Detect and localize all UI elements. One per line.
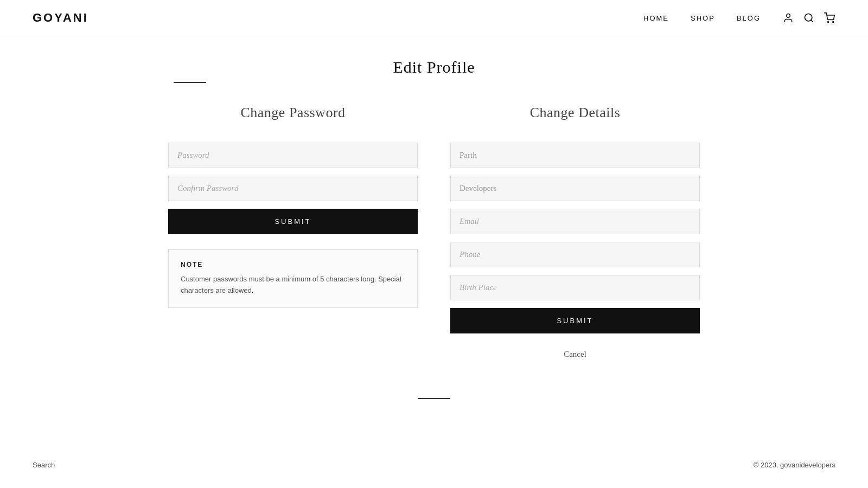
change-details-section: Change Details SUBMIT Cancel [450,105,700,359]
email-group [450,209,700,234]
password-group [168,143,418,168]
note-text: Customer passwords must be a minimum of … [181,274,405,297]
svg-point-3 [828,22,829,23]
footer-divider-section [141,391,727,401]
phone-group [450,242,700,267]
footer: Search © 2023, govanidevelopers [0,450,868,485]
change-details-title: Change Details [450,105,700,121]
change-password-title: Change Password [168,105,418,121]
first-name-input[interactable] [450,143,700,168]
header: GOYANI HOME SHOP BLOG [0,0,868,36]
birth-place-group [450,275,700,300]
svg-line-2 [811,20,813,22]
nav-home[interactable]: HOME [643,14,669,22]
nav-icons [782,12,835,24]
svg-point-4 [833,22,834,23]
logo[interactable]: GOYANI [33,11,88,25]
main-nav: HOME SHOP BLOG [643,12,835,24]
details-submit-button[interactable]: SUBMIT [450,308,700,333]
nav-shop[interactable]: SHOP [691,14,715,22]
nav-blog[interactable]: BLOG [737,14,761,22]
cancel-link[interactable]: Cancel [450,350,700,359]
confirm-password-group [168,176,418,201]
password-submit-button[interactable]: SUBMIT [168,209,418,234]
email-input[interactable] [450,209,700,234]
password-submit-group: SUBMIT [168,209,418,242]
footer-search-link[interactable]: Search [33,461,55,469]
title-divider [174,82,206,83]
two-column-layout: Change Password SUBMIT NOTE Customer pas… [141,105,727,359]
phone-input[interactable] [450,242,700,267]
cart-icon[interactable] [824,12,835,24]
page-title-section: Edit Profile [141,58,727,76]
page-content: Edit Profile Change Password SUBMIT NOTE… [108,36,760,450]
change-password-section: Change Password SUBMIT NOTE Customer pas… [168,105,418,308]
account-icon[interactable] [782,12,794,24]
details-submit-group: SUBMIT [450,308,700,341]
birth-place-input[interactable] [450,275,700,300]
first-name-group [450,143,700,168]
page-title: Edit Profile [141,58,727,76]
footer-divider [418,398,450,399]
note-box: NOTE Customer passwords must be a minimu… [168,249,418,308]
footer-copyright: © 2023, govanidevelopers [754,461,835,469]
last-name-group [450,176,700,201]
confirm-password-input[interactable] [168,176,418,201]
note-title: NOTE [181,261,405,268]
password-input[interactable] [168,143,418,168]
last-name-input[interactable] [450,176,700,201]
svg-point-0 [787,14,790,18]
search-icon[interactable] [803,12,815,24]
